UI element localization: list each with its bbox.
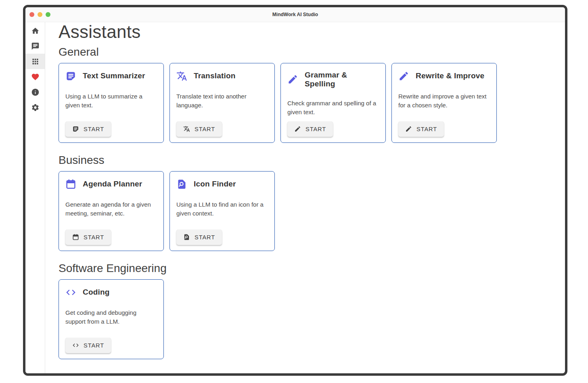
start-coding-button[interactable]: START (65, 338, 111, 353)
cards-row-software-engineering: Coding Get coding and debugging support … (59, 279, 565, 359)
card-icon-finder: Icon Finder Using a LLM to find an icon … (169, 171, 275, 251)
section-label-general: General (59, 46, 565, 59)
start-button-label: START (84, 234, 104, 241)
start-button-label: START (84, 126, 104, 132)
card-translation: Translation Translate text into another … (169, 63, 275, 143)
card-description: Rewrite and improve a given text for a c… (398, 92, 490, 110)
cards-row-business: Agenda Planner Generate an agenda for a … (59, 171, 565, 251)
app-window: MindWork AI Studio Assistants (23, 5, 567, 376)
code-icon (72, 342, 79, 349)
card-title: Icon Finder (194, 180, 236, 188)
summarize-icon (65, 71, 76, 82)
card-title: Text Summarizer (83, 71, 145, 80)
start-button-label: START (306, 126, 326, 132)
pencil-icon (287, 74, 298, 85)
pencil-icon (398, 71, 409, 82)
card-agenda-planner: Agenda Planner Generate an agenda for a … (59, 171, 164, 251)
window-title: MindWork AI Studio (25, 12, 565, 17)
start-text-summarizer-button[interactable]: START (65, 121, 111, 137)
icon-search-icon (183, 234, 190, 241)
translate-icon (176, 71, 187, 82)
card-title: Grammar & Spelling (305, 71, 379, 88)
calendar-icon (72, 234, 79, 241)
cards-row-general: Text Summarizer Using a LLM to summarize… (59, 63, 565, 143)
start-grammar-spelling-button[interactable]: START (287, 121, 333, 137)
sidebar-item-supporters[interactable] (25, 69, 45, 84)
chat-icon (31, 42, 40, 50)
card-title: Agenda Planner (83, 180, 142, 188)
card-description: Check grammar and spelling of a given te… (287, 99, 379, 117)
card-description: Translate text into another language. (176, 92, 268, 110)
translate-icon (183, 126, 190, 132)
card-description: Generate an agenda for a given meeting, … (65, 200, 157, 218)
sidebar-item-settings[interactable] (25, 100, 45, 115)
gear-icon (31, 103, 40, 112)
card-description: Get coding and debugging support from a … (65, 308, 157, 326)
home-icon (31, 27, 40, 35)
info-icon (31, 88, 40, 96)
code-icon (65, 287, 76, 298)
card-text-summarizer: Text Summarizer Using a LLM to summarize… (59, 63, 164, 143)
start-button-label: START (84, 342, 104, 349)
page-title: Assistants (59, 22, 565, 42)
card-title: Rewrite & Improve (416, 71, 484, 80)
close-button[interactable] (29, 12, 34, 17)
start-button-label: START (416, 126, 437, 132)
card-title: Translation (194, 71, 236, 80)
minimize-button[interactable] (38, 12, 42, 17)
traffic-lights (25, 12, 50, 17)
main-content: Assistants General Text Summarizer Using… (45, 22, 565, 373)
sidebar (25, 22, 45, 373)
card-rewrite-improve: Rewrite & Improve Rewrite and improve a … (391, 63, 497, 143)
sidebar-item-about[interactable] (25, 84, 45, 100)
window-body: Assistants General Text Summarizer Using… (25, 22, 565, 373)
start-translation-button[interactable]: START (176, 121, 222, 137)
sidebar-item-assistants[interactable] (25, 54, 45, 69)
title-bar: MindWork AI Studio (25, 7, 565, 22)
start-icon-finder-button[interactable]: START (176, 230, 222, 245)
calendar-icon (65, 179, 76, 190)
section-label-business: Business (59, 154, 565, 167)
section-label-software-engineering: Software Engineering (59, 262, 565, 275)
pencil-icon (405, 126, 412, 132)
summarize-icon (72, 126, 79, 132)
zoom-button[interactable] (46, 12, 50, 17)
start-agenda-planner-button[interactable]: START (65, 230, 111, 245)
pencil-icon (294, 126, 301, 132)
card-description: Using a LLM to find an icon for a given … (176, 200, 268, 218)
start-rewrite-improve-button[interactable]: START (398, 121, 444, 137)
card-coding: Coding Get coding and debugging support … (59, 279, 164, 359)
card-title: Coding (83, 288, 110, 297)
sidebar-item-home[interactable] (25, 23, 45, 38)
icon-search-icon (176, 179, 187, 190)
card-grammar-spelling: Grammar & Spelling Check grammar and spe… (280, 63, 386, 143)
apps-grid-icon (31, 57, 40, 66)
card-description: Using a LLM to summarize a given text. (65, 92, 157, 110)
start-button-label: START (195, 126, 215, 132)
sidebar-item-chats[interactable] (25, 38, 45, 54)
heart-icon (31, 73, 40, 81)
start-button-label: START (195, 234, 215, 241)
